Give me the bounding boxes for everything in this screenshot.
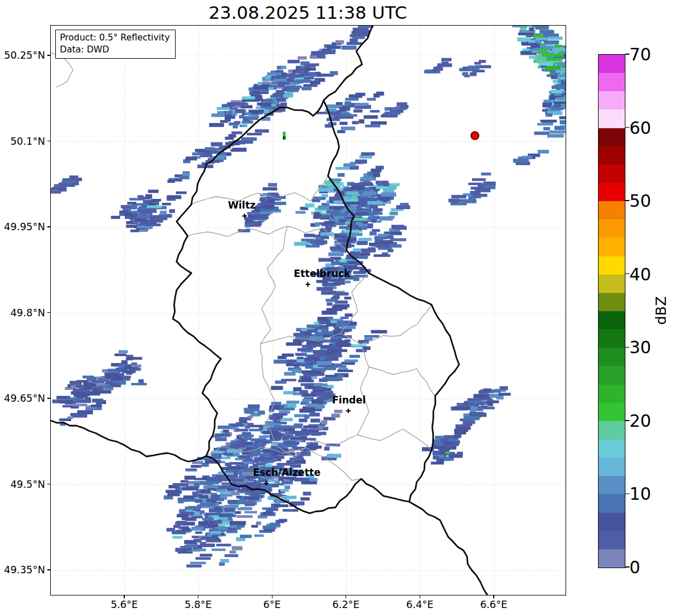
echo-pixel: [200, 503, 215, 506]
echo-pixel: [85, 397, 91, 401]
echo-pixel: [566, 53, 566, 56]
echo-pixel: [311, 84, 318, 87]
echo-pixel: [242, 141, 253, 144]
x-tick-mark: [198, 595, 198, 598]
echo-pixel: [327, 454, 341, 458]
colorbar-band: [599, 439, 625, 458]
country-border-line: [409, 502, 488, 596]
echo-pixel: [131, 206, 137, 209]
echo-pixel: [322, 317, 328, 321]
echo-pixel: [105, 386, 113, 389]
echo-pixel: [111, 216, 120, 219]
echo-pixel: [97, 387, 104, 390]
echo-pixel: [341, 325, 356, 329]
colorbar-band: [599, 293, 625, 311]
echo-pixel: [322, 311, 337, 315]
echo-pixel: [185, 507, 201, 510]
echo-pixel: [512, 26, 527, 27]
colorbar-tick-label: 60: [629, 117, 651, 137]
echo-pixel: [335, 292, 349, 296]
echo-pixel: [473, 394, 489, 398]
echo-pixel: [263, 205, 274, 209]
echo-pixel: [223, 430, 229, 433]
echo-pixel: [283, 509, 298, 512]
echo-pixel: [248, 405, 260, 408]
echo-pixel: [267, 99, 274, 103]
echo-pixel: [353, 28, 369, 32]
x-tick-mark: [272, 595, 273, 598]
echo-pixel: [381, 240, 393, 243]
echo-pixel: [327, 303, 332, 306]
echo-pixel: [216, 544, 231, 546]
colorbar-band: [599, 385, 625, 403]
echo-pixel: [173, 483, 188, 487]
echo-pixel: [371, 169, 381, 173]
echo-pixel: [345, 98, 359, 101]
echo-pixel: [449, 199, 460, 203]
echo-pixel: [280, 103, 287, 107]
echo-pixel: [320, 217, 330, 220]
echo-pixel: [185, 468, 197, 471]
echo-pixel: [250, 438, 266, 440]
echo-pixel: [67, 417, 73, 419]
echo-pixel: [309, 371, 321, 375]
echo-pixel: [259, 91, 269, 94]
echo-pixel: [313, 350, 323, 354]
echo-pixel: [543, 53, 555, 56]
echo-pixel: [468, 183, 482, 185]
echo-pixel: [327, 46, 341, 49]
echo-pixel: [166, 490, 180, 493]
colorbar-band: [599, 348, 625, 366]
echo-pixel: [222, 515, 237, 517]
echo-pixel: [191, 465, 202, 468]
echo-pixel: [121, 205, 131, 209]
echo-pixel: [311, 419, 320, 423]
echo-pixel: [145, 194, 152, 198]
echo-pixel: [214, 148, 221, 150]
echo-pixel: [270, 523, 280, 526]
echo-pixel: [62, 181, 76, 183]
echo-pixel: [393, 226, 407, 230]
echo-pixel: [59, 418, 71, 421]
echo-pixel: [341, 362, 355, 365]
echo-pixel: [198, 521, 208, 525]
echo-pixel: [183, 172, 190, 176]
colorbar-band: [599, 201, 625, 219]
echo-pixel: [208, 524, 218, 528]
echo-pixel: [271, 438, 282, 440]
echo-pixel: [299, 409, 315, 413]
echo-pixel: [263, 449, 277, 453]
echo-pixel: [547, 58, 563, 61]
echo-pixel: [424, 70, 441, 73]
echo-pixel: [522, 156, 532, 158]
echo-pixel: [201, 489, 210, 493]
echo-pixel: [377, 183, 384, 186]
echo-pixel: [400, 105, 409, 108]
echo-pixel: [564, 72, 566, 75]
echo-pixel: [318, 258, 334, 262]
info-box: Product: 0.5° Reflectivity Data: DWD: [55, 30, 176, 59]
echo-pixel: [338, 370, 353, 372]
echo-pixel: [227, 102, 240, 105]
echo-pixel: [190, 562, 206, 564]
echo-pixel: [560, 120, 566, 124]
echo-pixel: [215, 437, 226, 441]
echo-pixel: [119, 350, 128, 353]
echo-pixel: [530, 44, 540, 47]
echo-pixel: [282, 353, 294, 357]
echo-pixel: [230, 427, 237, 430]
echo-pixel: [564, 54, 567, 57]
echo-pixel: [192, 492, 197, 495]
x-tick-label: 6.6°E: [468, 599, 519, 610]
echo-pixel: [226, 153, 231, 156]
echo-pixel: [316, 287, 333, 291]
echo-pixel: [433, 446, 438, 449]
echo-pixel: [162, 203, 171, 205]
echo-pixel: [361, 103, 369, 105]
echo-pixel: [274, 421, 281, 423]
echo-pixel: [52, 187, 66, 190]
echo-pixel: [160, 211, 167, 215]
echo-pixel: [227, 488, 233, 491]
echo-pixel: [97, 390, 111, 394]
x-tick-label: 6°E: [246, 599, 298, 610]
